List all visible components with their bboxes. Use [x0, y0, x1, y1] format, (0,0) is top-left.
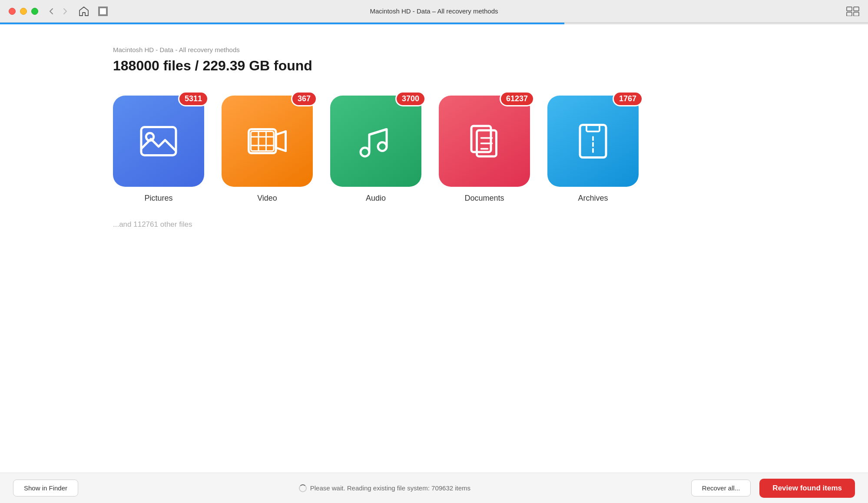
category-documents[interactable]: 61237 Documents [439, 96, 530, 203]
forward-arrow[interactable] [61, 7, 70, 16]
svg-line-13 [276, 132, 286, 135]
view-toggle[interactable] [846, 7, 859, 16]
loading-spinner [299, 484, 307, 492]
audio-label: Audio [366, 194, 386, 203]
documents-label: Documents [464, 194, 504, 203]
pictures-badge: 5311 [178, 91, 209, 106]
category-audio[interactable]: 3700 Audio [330, 96, 421, 203]
svg-rect-0 [100, 8, 106, 14]
back-arrow[interactable] [47, 7, 56, 16]
svg-rect-3 [847, 12, 852, 16]
minimize-button[interactable] [20, 8, 27, 15]
maximize-button[interactable] [31, 8, 38, 15]
pictures-label: Pictures [144, 194, 172, 203]
review-found-items-button[interactable]: Review found items [759, 479, 855, 498]
documents-badge: 61237 [500, 91, 534, 106]
other-files-text: ...and 112761 other files [113, 220, 755, 229]
svg-rect-8 [251, 132, 274, 151]
video-badge: 367 [291, 91, 317, 106]
category-archives[interactable]: 1767 Archives [547, 96, 639, 203]
breadcrumb: Macintosh HD - Data - All recovery metho… [113, 46, 755, 53]
documents-icon-wrap: 61237 [439, 96, 530, 187]
svg-rect-7 [249, 129, 276, 153]
video-icon-wrap: 367 [222, 96, 313, 187]
window-title: Macintosh HD - Data – All recovery metho… [370, 7, 498, 15]
svg-rect-5 [141, 127, 176, 156]
category-pictures[interactable]: 5311 Pictures [113, 96, 204, 203]
svg-point-18 [378, 142, 387, 151]
archives-icon-wrap: 1767 [547, 96, 639, 187]
video-label: Video [257, 194, 277, 203]
svg-rect-4 [854, 12, 859, 16]
status-text: Please wait. Reading existing file syste… [310, 484, 470, 492]
pictures-icon-wrap: 5311 [113, 96, 204, 187]
audio-icon-wrap: 3700 [330, 96, 421, 187]
svg-line-19 [369, 129, 387, 135]
svg-rect-1 [847, 7, 852, 11]
svg-point-17 [361, 148, 369, 156]
home-button[interactable] [78, 6, 89, 17]
show-finder-button[interactable]: Show in Finder [13, 480, 78, 496]
recover-all-button[interactable]: Recover all... [691, 480, 751, 496]
nav-arrows [47, 7, 70, 16]
found-title: 188000 files / 229.39 GB found [113, 58, 755, 74]
close-button[interactable] [9, 8, 16, 15]
progress-bar-fill [0, 23, 564, 24]
progress-bar [0, 23, 868, 24]
archives-badge: 1767 [613, 91, 643, 106]
svg-line-14 [276, 148, 286, 151]
svg-rect-2 [854, 7, 859, 11]
categories-container: 5311 Pictures 367 [113, 96, 755, 203]
bottom-bar: Show in Finder Please wait. Reading exis… [0, 473, 868, 503]
archives-label: Archives [578, 194, 608, 203]
status-area: Please wait. Reading existing file syste… [87, 484, 682, 492]
traffic-lights [9, 8, 38, 15]
main-content: Macintosh HD - Data - All recovery metho… [0, 24, 868, 473]
title-bar: Macintosh HD - Data – All recovery metho… [0, 0, 868, 23]
stop-button[interactable] [98, 7, 108, 16]
audio-badge: 3700 [395, 91, 426, 106]
category-video[interactable]: 367 Video [222, 96, 313, 203]
